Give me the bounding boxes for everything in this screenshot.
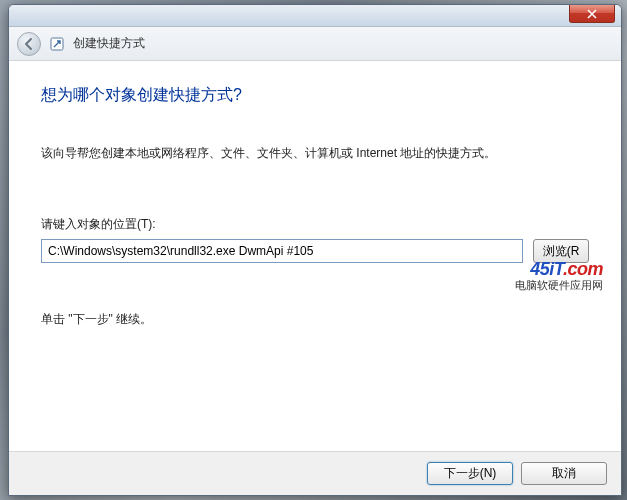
browse-button[interactable]: 浏览(R <box>533 239 589 263</box>
page-heading: 想为哪个对象创建快捷方式? <box>41 85 589 106</box>
content-area: 想为哪个对象创建快捷方式? 该向导帮您创建本地或网络程序、文件、文件夹、计算机或… <box>9 61 621 451</box>
shortcut-wizard-icon <box>49 36 65 52</box>
input-row: 浏览(R <box>41 239 589 263</box>
path-label: 请键入对象的位置(T): <box>41 216 589 233</box>
nav-area: 创建快捷方式 <box>9 27 621 61</box>
wizard-title: 创建快捷方式 <box>73 35 145 52</box>
next-button[interactable]: 下一步(N) <box>427 462 513 485</box>
path-input[interactable] <box>41 239 523 263</box>
back-arrow-icon <box>22 37 36 51</box>
close-icon <box>587 9 597 19</box>
continue-hint: 单击 "下一步" 继续。 <box>41 311 589 328</box>
page-description: 该向导帮您创建本地或网络程序、文件、文件夹、计算机或 Internet 地址的快… <box>41 144 589 162</box>
wizard-window: 创建快捷方式 想为哪个对象创建快捷方式? 该向导帮您创建本地或网络程序、文件、文… <box>8 4 622 496</box>
footer: 下一步(N) 取消 <box>9 451 621 495</box>
back-button[interactable] <box>17 32 41 56</box>
cancel-button[interactable]: 取消 <box>521 462 607 485</box>
titlebar <box>9 5 621 27</box>
close-button[interactable] <box>569 5 615 23</box>
